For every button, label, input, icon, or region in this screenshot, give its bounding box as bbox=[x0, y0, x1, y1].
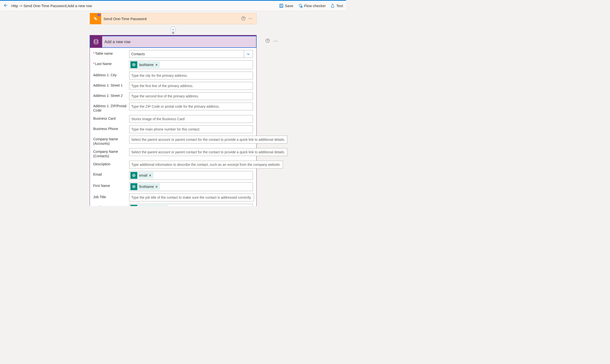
field-label: Mobile Phone bbox=[93, 204, 129, 206]
form-row: Mobile Phonephone number✕ bbox=[93, 204, 253, 206]
svg-rect-2 bbox=[280, 6, 282, 7]
action-form: *Table nameContacts*Last NamelastName✕Ad… bbox=[90, 48, 256, 206]
placeholder-text: Type the first line of the primary addre… bbox=[131, 84, 194, 88]
trigger-icon bbox=[90, 13, 101, 24]
form-row: Business CardStores Image of the Busines… bbox=[93, 115, 253, 123]
text-input[interactable]: Type the city for the primary address. bbox=[129, 72, 253, 79]
globe-icon bbox=[130, 205, 137, 206]
text-input[interactable]: Stores Image of the Business Card bbox=[129, 115, 253, 123]
connector: + bbox=[90, 24, 257, 35]
form-row: Address 1: Street 1Type the first line o… bbox=[93, 82, 253, 90]
action-card[interactable]: Add a new row *Table nameContacts*Last N… bbox=[90, 35, 257, 206]
trigger-title: Send One-Time Password bbox=[101, 17, 241, 21]
field-label: Email bbox=[93, 171, 129, 177]
dynamic-token[interactable]: firstName✕ bbox=[130, 183, 160, 190]
text-input[interactable]: Type the main phone number for this cont… bbox=[129, 125, 253, 133]
placeholder-text: Type additional information to describe … bbox=[131, 163, 281, 167]
token-input[interactable]: email✕ bbox=[129, 171, 253, 180]
text-input[interactable]: Type the ZIP Code or postal code for the… bbox=[129, 103, 253, 110]
help-icon[interactable] bbox=[265, 39, 270, 44]
save-button[interactable]: Save bbox=[279, 4, 293, 8]
placeholder-text: Type the main phone number for this cont… bbox=[131, 127, 200, 131]
text-input[interactable]: Select the parent account or parent cont… bbox=[129, 148, 288, 156]
text-input[interactable]: Type additional information to describe … bbox=[129, 161, 283, 169]
field-label: Address 1: Street 2 bbox=[93, 92, 129, 98]
field-label: Business Card bbox=[93, 115, 129, 121]
action-title: Add a new row bbox=[102, 40, 256, 44]
field-label: Company Name (Contacts) bbox=[93, 148, 129, 158]
field-label: First Name bbox=[93, 182, 129, 188]
svg-rect-1 bbox=[280, 4, 282, 5]
globe-icon bbox=[130, 61, 137, 68]
form-row: Business PhoneType the main phone number… bbox=[93, 125, 253, 133]
flow-canvas: Send One-Time Password ··· + Add a new r… bbox=[0, 11, 346, 206]
token-remove[interactable]: ✕ bbox=[155, 63, 160, 67]
token-input[interactable]: lastName✕ bbox=[129, 60, 253, 69]
placeholder-text: Type the city for the primary address. bbox=[131, 74, 188, 78]
help-icon[interactable] bbox=[241, 16, 246, 21]
placeholder-text: Type the job title of the contact to mak… bbox=[131, 195, 252, 199]
placeholder-text: Stores Image of the Business Card bbox=[131, 117, 185, 121]
token-remove[interactable]: ✕ bbox=[155, 185, 160, 189]
breadcrumb: Http -> Send One-Time Password,Add a new… bbox=[11, 4, 92, 8]
field-label: Company Name (Accounts) bbox=[93, 136, 129, 146]
placeholder-text: Select the parent account or parent cont… bbox=[131, 138, 285, 142]
flow-checker-button[interactable]: Flow checker bbox=[298, 4, 326, 8]
form-row: Company Name (Accounts)Select the parent… bbox=[93, 136, 253, 146]
field-label: Address 1: ZIP/Postal Code bbox=[93, 103, 129, 113]
token-input[interactable]: firstName✕ bbox=[129, 182, 253, 191]
field-label: Job Title bbox=[93, 194, 129, 199]
form-row: *Last NamelastName✕ bbox=[93, 60, 253, 69]
chevron-down-icon[interactable] bbox=[244, 50, 253, 58]
token-label: firstName bbox=[137, 185, 155, 189]
text-input[interactable]: Type the second line of the primary addr… bbox=[129, 92, 253, 100]
field-label: Description bbox=[93, 161, 129, 167]
test-button[interactable]: Test bbox=[331, 4, 343, 8]
token-remove[interactable]: ✕ bbox=[149, 174, 153, 177]
globe-icon bbox=[130, 183, 137, 190]
form-row: Job TitleType the job title of the conta… bbox=[93, 194, 253, 201]
select-value: Contacts bbox=[131, 52, 145, 56]
text-input[interactable]: Type the first line of the primary addre… bbox=[129, 82, 253, 90]
form-row: Address 1: Street 2Type the second line … bbox=[93, 92, 253, 100]
svg-point-9 bbox=[94, 39, 98, 41]
dynamic-token[interactable]: lastName✕ bbox=[130, 61, 160, 68]
trigger-card[interactable]: Send One-Time Password ··· bbox=[90, 13, 257, 24]
placeholder-text: Type the ZIP Code or postal code for the… bbox=[131, 104, 220, 108]
text-input[interactable]: Type the job title of the contact to mak… bbox=[129, 194, 254, 201]
field-label: Business Phone bbox=[93, 125, 129, 131]
form-row: Emailemail✕ bbox=[93, 171, 253, 180]
form-row: Address 1: ZIP/Postal CodeType the ZIP C… bbox=[93, 103, 253, 113]
dynamic-token[interactable]: phone number✕ bbox=[130, 205, 167, 206]
svg-point-15 bbox=[267, 41, 268, 42]
field-label: *Table name bbox=[93, 50, 129, 56]
select-input[interactable]: Contacts bbox=[129, 50, 253, 58]
form-row: Address 1: CityType the city for the pri… bbox=[93, 72, 253, 79]
form-row: DescriptionType additional information t… bbox=[93, 161, 253, 169]
field-label: Address 1: Street 1 bbox=[93, 82, 129, 88]
svg-rect-4 bbox=[93, 17, 97, 21]
dynamic-token[interactable]: email✕ bbox=[130, 172, 153, 179]
top-bar: Http -> Send One-Time Password,Add a new… bbox=[0, 0, 346, 11]
placeholder-text: Type the second line of the primary addr… bbox=[131, 94, 199, 98]
text-input[interactable]: Select the parent account or parent cont… bbox=[129, 136, 288, 143]
dataverse-icon bbox=[90, 36, 102, 48]
more-menu[interactable]: ··· bbox=[274, 39, 278, 43]
action-header[interactable]: Add a new row bbox=[90, 36, 257, 48]
token-label: lastName bbox=[137, 63, 155, 67]
placeholder-text: Select the parent account or parent cont… bbox=[131, 150, 285, 154]
globe-icon bbox=[130, 172, 137, 179]
field-label: *Last Name bbox=[93, 60, 129, 66]
form-row: *Table nameContacts bbox=[93, 50, 253, 58]
back-button[interactable] bbox=[3, 3, 8, 9]
token-input[interactable]: phone number✕ bbox=[129, 204, 253, 206]
field-label: Address 1: City bbox=[93, 72, 129, 78]
more-menu[interactable]: ··· bbox=[249, 17, 253, 21]
comment-badge-icon bbox=[97, 14, 100, 16]
svg-point-8 bbox=[243, 19, 244, 20]
form-row: Company Name (Contacts)Select the parent… bbox=[93, 148, 253, 158]
add-step-button[interactable]: + bbox=[170, 26, 176, 32]
token-label: email bbox=[137, 173, 149, 177]
form-row: First NamefirstName✕ bbox=[93, 182, 253, 191]
